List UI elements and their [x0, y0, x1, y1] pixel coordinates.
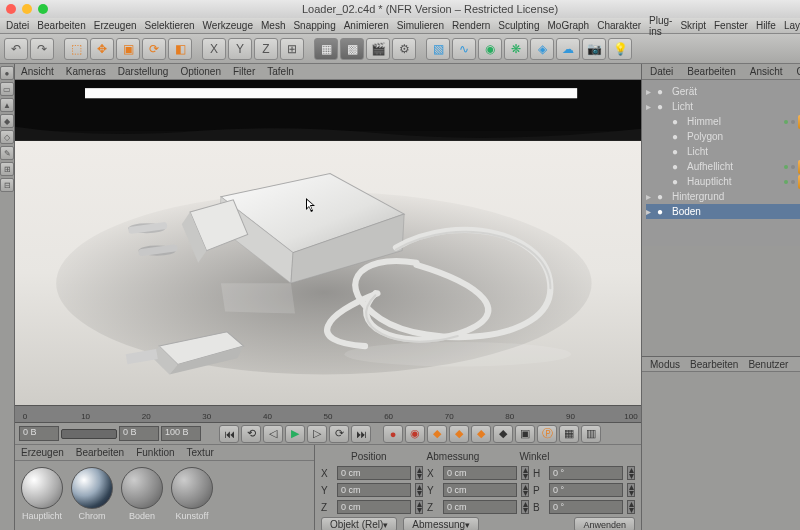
render-pic-button[interactable]: ⚙ — [392, 38, 416, 60]
mode-button-5[interactable]: ✎ — [0, 146, 14, 160]
go-start-button[interactable]: ⏮ — [219, 425, 239, 443]
mattab-erzeugen[interactable]: Erzeugen — [21, 447, 64, 458]
viewtab-darstellung[interactable]: Darstellung — [118, 66, 169, 77]
render-view-button[interactable]: ▦ — [314, 38, 338, 60]
frame-current-field[interactable]: 0 B — [119, 426, 159, 441]
tree-item-himmel[interactable]: ●Himmel — [646, 114, 800, 129]
object-tree[interactable]: ▸●Gerät▸●Licht●Himmel●Polygon●Licht●Aufh… — [642, 80, 800, 246]
coord-sys-button[interactable]: ⊞ — [280, 38, 304, 60]
undo-button[interactable]: ↶ — [4, 38, 28, 60]
tree-item-hintergrund[interactable]: ▸●Hintergrund — [646, 189, 800, 204]
ang-B-field[interactable]: 0 ° — [549, 500, 623, 514]
render-region-button[interactable]: ▩ — [340, 38, 364, 60]
material-kunstoff[interactable]: Kunstoff — [171, 467, 213, 521]
tree-item-licht[interactable]: ●Licht — [646, 144, 800, 159]
menu-hilfe[interactable]: Hilfe — [756, 20, 776, 31]
stepper-icon[interactable]: ▴▾ — [627, 483, 635, 497]
material-hauptlicht[interactable]: Hauptlicht — [21, 467, 63, 521]
frame-end-field[interactable]: 100 B — [161, 426, 201, 441]
menu-selektieren[interactable]: Selektieren — [145, 20, 195, 31]
z-axis-button[interactable]: Z — [254, 38, 278, 60]
rotate-button[interactable]: ⟳ — [142, 38, 166, 60]
dim-Z-field[interactable]: 0 cm — [443, 500, 517, 514]
attrtab-bearbeiten[interactable]: Bearbeiten — [690, 359, 738, 370]
mattab-funktion[interactable]: Funktion — [136, 447, 174, 458]
key-scale-button[interactable]: ◆ — [449, 425, 469, 443]
stepper-icon[interactable]: ▴▾ — [627, 466, 635, 480]
menu-bearbeiten[interactable]: Bearbeiten — [37, 20, 85, 31]
menu-erzeugen[interactable]: Erzeugen — [94, 20, 137, 31]
tree-item-licht[interactable]: ▸●Licht — [646, 99, 800, 114]
mode-button-0[interactable]: ● — [0, 66, 14, 80]
render-settings-button[interactable]: 🎬 — [366, 38, 390, 60]
menu-rendern[interactable]: Rendern — [452, 20, 490, 31]
frame-slider[interactable] — [61, 429, 117, 439]
next-frame-button[interactable]: ▷ — [307, 425, 327, 443]
environment-button[interactable]: ☁ — [556, 38, 580, 60]
menu-plug-ins[interactable]: Plug-ins — [649, 15, 672, 37]
attrtab-benutzer[interactable]: Benutzer — [748, 359, 788, 370]
key-opt2-button[interactable]: Ⓟ — [537, 425, 557, 443]
mode-button-1[interactable]: ▭ — [0, 82, 14, 96]
mode-button-2[interactable]: ▲ — [0, 98, 14, 112]
stepper-icon[interactable]: ▴▾ — [521, 466, 529, 480]
dim-X-field[interactable]: 0 cm — [443, 466, 517, 480]
tree-item-polygon[interactable]: ●Polygon — [646, 129, 800, 144]
menu-mograph[interactable]: MoGraph — [547, 20, 589, 31]
mode-button-4[interactable]: ◇ — [0, 130, 14, 144]
dim-Y-field[interactable]: 0 cm — [443, 483, 517, 497]
viewtab-tafeln[interactable]: Tafeln — [267, 66, 294, 77]
key-opt3-button[interactable]: ▦ — [559, 425, 579, 443]
menu-fenster[interactable]: Fenster — [714, 20, 748, 31]
scale-button[interactable]: ▣ — [116, 38, 140, 60]
stepper-icon[interactable]: ▴▾ — [415, 483, 423, 497]
pos-Y-field[interactable]: 0 cm — [337, 483, 411, 497]
objtab-datei[interactable]: Datei — [650, 66, 673, 77]
array-button[interactable]: ❋ — [504, 38, 528, 60]
viewtab-optionen[interactable]: Optionen — [180, 66, 221, 77]
material-boden[interactable]: Boden — [121, 467, 163, 521]
stepper-icon[interactable]: ▴▾ — [521, 483, 529, 497]
coord-mode-select[interactable]: Objekt (Rel) ▾ — [321, 517, 397, 530]
cube-button[interactable]: ▧ — [426, 38, 450, 60]
viewtab-kameras[interactable]: Kameras — [66, 66, 106, 77]
objtab-ansicht[interactable]: Ansicht — [750, 66, 783, 77]
menu-animieren[interactable]: Animieren — [344, 20, 389, 31]
key-pla-button[interactable]: ◆ — [493, 425, 513, 443]
viewport[interactable] — [15, 80, 641, 405]
menu-charakter[interactable]: Charakter — [597, 20, 641, 31]
play-button[interactable]: ▶ — [285, 425, 305, 443]
attrtab-modus[interactable]: Modus — [650, 359, 680, 370]
mode-button-3[interactable]: ◆ — [0, 114, 14, 128]
pos-Z-field[interactable]: 0 cm — [337, 500, 411, 514]
menu-layout:[interactable]: Layout: — [784, 20, 800, 31]
next-key-button[interactable]: ⟳ — [329, 425, 349, 443]
viewtab-filter[interactable]: Filter — [233, 66, 255, 77]
mode-button-7[interactable]: ⊟ — [0, 178, 14, 192]
key-opt4-button[interactable]: ▥ — [581, 425, 601, 443]
menu-sculpting[interactable]: Sculpting — [498, 20, 539, 31]
menu-snapping[interactable]: Snapping — [293, 20, 335, 31]
live-select-button[interactable]: ⬚ — [64, 38, 88, 60]
objtab-objekte[interactable]: Objekte — [797, 66, 800, 77]
prev-frame-button[interactable]: ◁ — [263, 425, 283, 443]
recent-button[interactable]: ◧ — [168, 38, 192, 60]
material-chrom[interactable]: Chrom — [71, 467, 113, 521]
record-button[interactable]: ● — [383, 425, 403, 443]
menu-simulieren[interactable]: Simulieren — [397, 20, 444, 31]
spline-button[interactable]: ∿ — [452, 38, 476, 60]
stepper-icon[interactable]: ▴▾ — [415, 466, 423, 480]
stepper-icon[interactable]: ▴▾ — [627, 500, 635, 514]
zoom-window-button[interactable] — [38, 4, 48, 14]
move-button[interactable]: ✥ — [90, 38, 114, 60]
minimize-window-button[interactable] — [22, 4, 32, 14]
stepper-icon[interactable]: ▴▾ — [415, 500, 423, 514]
close-window-button[interactable] — [6, 4, 16, 14]
key-opt1-button[interactable]: ▣ — [515, 425, 535, 443]
mode-button-6[interactable]: ⊞ — [0, 162, 14, 176]
menu-skript[interactable]: Skript — [680, 20, 706, 31]
nurbs-button[interactable]: ◉ — [478, 38, 502, 60]
y-axis-button[interactable]: Y — [228, 38, 252, 60]
ang-P-field[interactable]: 0 ° — [549, 483, 623, 497]
timeline-ruler[interactable]: 0102030405060708090100 — [15, 405, 641, 423]
